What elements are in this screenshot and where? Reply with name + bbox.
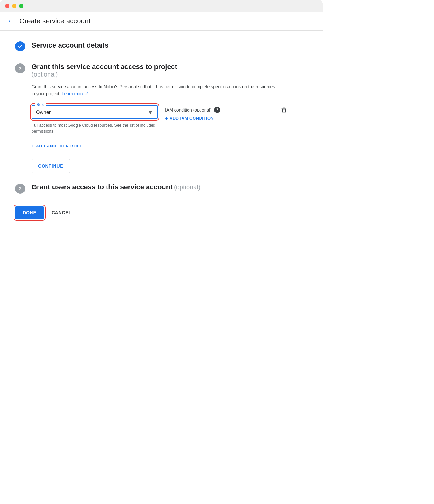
window-chrome	[0, 0, 323, 12]
iam-condition-col: IAM condition (optional) ? + ADD IAM CON…	[165, 105, 220, 121]
delete-role-button[interactable]	[281, 107, 287, 115]
minimize-dot[interactable]	[12, 4, 16, 8]
cancel-button[interactable]: CANCEL	[44, 206, 79, 219]
title-bar: ← Create service account	[0, 12, 323, 31]
learn-more-link[interactable]: Learn more ↗	[62, 90, 89, 97]
add-iam-label: ADD IAM CONDITION	[170, 116, 214, 121]
maximize-dot[interactable]	[19, 4, 23, 8]
step2-title-main: Grant this service account access to pro…	[32, 63, 177, 71]
add-another-role-button[interactable]: + ADD ANOTHER ROLE	[32, 143, 83, 149]
step3-title: Grant users access to this service accou…	[32, 182, 173, 191]
checkmark-icon	[17, 43, 23, 49]
external-link-icon: ↗	[85, 90, 89, 97]
add-another-role-label: ADD ANOTHER ROLE	[36, 144, 83, 148]
page-title: Create service account	[20, 17, 90, 25]
done-button[interactable]: DONE	[15, 206, 44, 219]
step2-title-row: Grant this service account access to pro…	[32, 63, 287, 78]
bottom-buttons: DONE CANCEL	[15, 206, 287, 219]
dropdown-arrow-icon: ▼	[148, 109, 153, 116]
main-content: Service account details 2 Grant this ser…	[0, 31, 303, 229]
step1-badge	[15, 41, 25, 51]
step3-row: 3 Grant users access to this service acc…	[15, 183, 287, 194]
step3-badge: 3	[15, 184, 25, 194]
plus-another-icon: +	[32, 143, 35, 149]
step2-connector	[20, 76, 20, 173]
step2-description: Grant this service account access to Nob…	[32, 83, 277, 97]
role-select-container[interactable]: Role Owner ▼	[32, 105, 158, 119]
role-select-inner: Owner ▼	[36, 108, 153, 116]
step2-row: 2 Grant this service account access to p…	[15, 63, 287, 173]
step2-title-optional: (optional)	[32, 71, 58, 78]
role-value: Owner	[36, 110, 51, 115]
trash-icon	[281, 107, 287, 114]
role-iam-row: Role Owner ▼ Full access to most Google …	[32, 105, 287, 135]
step1-title: Service account details	[32, 41, 109, 49]
close-dot[interactable]	[5, 4, 9, 8]
step3-optional: (optional)	[174, 184, 200, 191]
help-icon[interactable]: ?	[214, 107, 220, 113]
back-button[interactable]: ←	[8, 17, 14, 25]
step2-badge: 2	[15, 63, 25, 73]
learn-more-label: Learn more	[62, 90, 84, 97]
add-iam-condition-button[interactable]: + ADD IAM CONDITION	[165, 116, 220, 121]
plus-icon: +	[165, 116, 168, 121]
step1-connector	[20, 54, 20, 60]
iam-condition-title-row: IAM condition (optional) ?	[165, 107, 220, 113]
step2-content: Grant this service account access to pro…	[32, 63, 287, 173]
continue-button[interactable]: CONTINUE	[32, 159, 70, 173]
step1-row: Service account details	[15, 41, 287, 60]
iam-condition-label: IAM condition (optional)	[165, 107, 211, 112]
role-description: Full access to most Google Cloud resourc…	[32, 122, 158, 135]
role-label: Role	[35, 102, 46, 107]
